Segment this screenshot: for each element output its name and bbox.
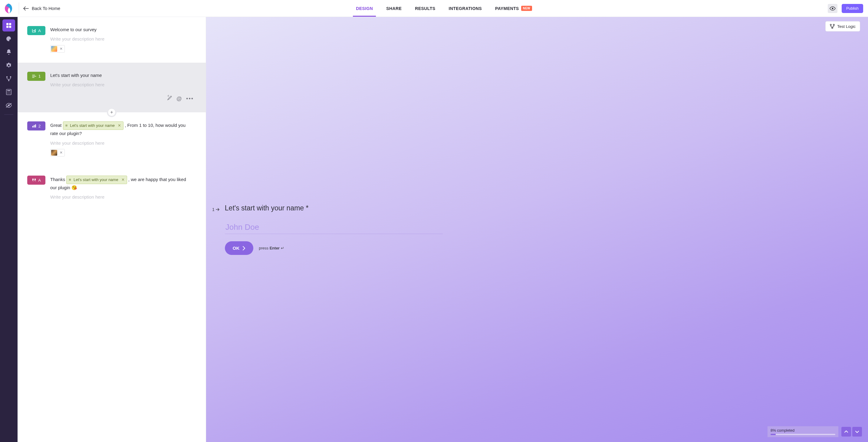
block-actions: @ ••• bbox=[50, 95, 194, 103]
svg-point-11 bbox=[8, 92, 9, 93]
gear-icon bbox=[6, 62, 12, 68]
left-sidebar bbox=[0, 17, 18, 442]
block-content: Let's start with your name Write your de… bbox=[50, 72, 194, 103]
form-preview: Test Logic 1 Let's start with your name … bbox=[206, 17, 868, 442]
header-tabs: DESIGN SHARE RESULTS INTEGRATIONS PAYMEN… bbox=[63, 0, 825, 17]
svg-point-6 bbox=[10, 76, 11, 78]
block-title[interactable]: Great ≡ Let's start with your name ✕ , F… bbox=[50, 121, 194, 137]
svg-point-12 bbox=[10, 92, 10, 93]
svg-point-13 bbox=[7, 93, 8, 94]
block-description[interactable]: Write your description here bbox=[50, 140, 194, 147]
svg-rect-17 bbox=[32, 126, 33, 127]
calculator-icon bbox=[6, 89, 11, 95]
preview-button[interactable] bbox=[828, 4, 837, 13]
remove-recall-icon[interactable]: ✕ bbox=[117, 123, 121, 129]
block-description[interactable]: Write your description here bbox=[50, 35, 194, 42]
tab-payments[interactable]: PAYMENTS NEW bbox=[495, 0, 532, 17]
chart-icon bbox=[32, 124, 36, 128]
svg-point-22 bbox=[832, 27, 833, 28]
svg-rect-3 bbox=[6, 26, 8, 28]
block-title[interactable]: Thanks ≡ Let's start with your name ✕ , … bbox=[50, 176, 194, 191]
block-title[interactable]: Welcome to our survey bbox=[50, 26, 194, 33]
text-icon bbox=[32, 75, 36, 78]
sidebar-item-theme[interactable] bbox=[2, 33, 15, 45]
preview-nav-arrows bbox=[841, 427, 862, 437]
svg-point-14 bbox=[8, 93, 9, 94]
block-badge: A bbox=[27, 26, 45, 35]
sidebar-item-calculator[interactable] bbox=[2, 86, 15, 98]
attachment-chip[interactable]: ✕ bbox=[50, 149, 65, 156]
block-rating[interactable]: 2 Great ≡ Let's start with your name ✕ ,… bbox=[18, 112, 206, 167]
branch-icon bbox=[830, 24, 835, 29]
sidebar-item-blocks[interactable] bbox=[2, 19, 15, 31]
sidebar-item-hidden[interactable] bbox=[2, 99, 15, 111]
settings-icon[interactable] bbox=[167, 95, 172, 103]
attachment-chip[interactable]: ✕ bbox=[50, 45, 65, 53]
enter-icon bbox=[32, 28, 36, 33]
tab-share[interactable]: SHARE bbox=[386, 0, 402, 17]
tab-design[interactable]: DESIGN bbox=[356, 0, 373, 17]
block-description[interactable]: Write your description here bbox=[50, 194, 194, 200]
svg-point-10 bbox=[7, 92, 8, 93]
recall-icon: ≡ bbox=[69, 177, 71, 183]
quote-icon bbox=[32, 178, 36, 182]
new-badge: NEW bbox=[521, 6, 532, 11]
eye-off-icon bbox=[5, 102, 12, 108]
sidebar-item-settings[interactable] bbox=[2, 59, 15, 71]
header-right: Publish bbox=[828, 4, 863, 13]
svg-rect-1 bbox=[6, 23, 8, 25]
arrow-right-icon bbox=[216, 208, 219, 211]
tab-results[interactable]: RESULTS bbox=[415, 0, 435, 17]
progress-box: 8% completed bbox=[768, 426, 838, 437]
chevron-down-icon bbox=[855, 430, 859, 433]
block-name[interactable]: 1 Let's start with your name Write your … bbox=[18, 63, 206, 112]
palette-icon bbox=[6, 36, 12, 42]
publish-button[interactable]: Publish bbox=[842, 4, 863, 13]
recall-chip[interactable]: ≡ Let's start with your name ✕ bbox=[63, 121, 123, 130]
block-description[interactable]: Write your description here bbox=[50, 81, 194, 88]
blocks-editor[interactable]: A Welcome to our survey Write your descr… bbox=[18, 17, 206, 442]
progress-fill bbox=[771, 434, 776, 435]
tab-integrations[interactable]: INTEGRATIONS bbox=[448, 0, 482, 17]
answer-input[interactable] bbox=[225, 221, 443, 234]
mention-icon[interactable]: @ bbox=[177, 95, 182, 103]
progress-label: 8% completed bbox=[771, 429, 835, 433]
branch-icon bbox=[6, 76, 12, 82]
svg-rect-19 bbox=[35, 124, 36, 127]
more-icon[interactable]: ••• bbox=[186, 95, 194, 103]
recall-icon: ≡ bbox=[65, 123, 68, 129]
svg-point-0 bbox=[832, 7, 833, 9]
sidebar-item-notifications[interactable] bbox=[2, 46, 15, 58]
progress-track bbox=[771, 434, 835, 435]
sidebar-item-logic[interactable] bbox=[2, 73, 15, 85]
sidebar-separator bbox=[4, 114, 13, 115]
remove-attachment-icon[interactable]: ✕ bbox=[58, 150, 64, 156]
preview-question: 1 Let's start with your name * OK bbox=[206, 17, 868, 442]
svg-rect-4 bbox=[9, 26, 11, 28]
svg-point-7 bbox=[8, 80, 9, 81]
block-welcome[interactable]: A Welcome to our survey Write your descr… bbox=[18, 17, 206, 63]
attachment-thumb bbox=[51, 150, 57, 156]
remove-attachment-icon[interactable]: ✕ bbox=[58, 46, 64, 52]
svg-point-21 bbox=[833, 24, 834, 25]
recall-chip[interactable]: ≡ Let's start with your name ✕ bbox=[66, 176, 127, 184]
ok-button[interactable]: OK bbox=[225, 241, 254, 255]
chevron-up-icon bbox=[844, 430, 848, 433]
app-logo bbox=[4, 3, 13, 14]
block-thanks[interactable]: A Thanks ≡ Let's start with your name ✕ … bbox=[18, 167, 206, 210]
header-divider bbox=[19, 2, 19, 14]
chevron-right-icon bbox=[242, 246, 245, 251]
block-title[interactable]: Let's start with your name bbox=[50, 72, 194, 79]
block-badge: A bbox=[27, 176, 45, 185]
remove-recall-icon[interactable]: ✕ bbox=[121, 177, 125, 183]
prev-question-button[interactable] bbox=[841, 427, 851, 437]
back-label: Back To Home bbox=[32, 6, 60, 11]
test-logic-button[interactable]: Test Logic bbox=[825, 21, 860, 31]
next-question-button[interactable] bbox=[852, 427, 862, 437]
svg-rect-9 bbox=[7, 90, 10, 91]
block-badge: 1 bbox=[27, 72, 45, 81]
svg-rect-18 bbox=[34, 125, 34, 127]
back-to-home-button[interactable]: Back To Home bbox=[23, 6, 60, 11]
svg-point-5 bbox=[6, 76, 7, 78]
arrow-left-icon bbox=[23, 6, 29, 10]
